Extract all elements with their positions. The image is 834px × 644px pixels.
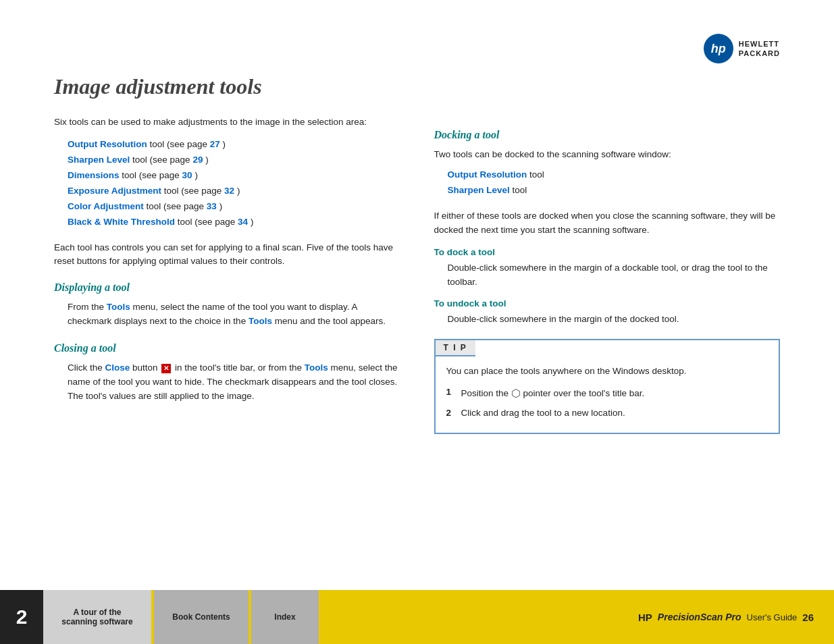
book-contents-button[interactable]: Book Contents bbox=[154, 590, 249, 644]
tool-item-1: Output Resolution tool (see page 27 ) bbox=[68, 137, 400, 153]
intro-text: Six tools can be used to make adjustment… bbox=[54, 115, 400, 129]
tool-5-paren: ) bbox=[219, 201, 223, 211]
tip-label: T I P bbox=[436, 340, 475, 356]
footer-guide: User's Guide bbox=[747, 612, 798, 622]
tool-2-paren: ) bbox=[205, 155, 209, 165]
tool-item-5: Color Adjustment tool (see page 33 ) bbox=[68, 199, 400, 215]
tool-6-suffix: tool (see page bbox=[178, 217, 238, 227]
main-content: Image adjustment tools Six tools can be … bbox=[54, 74, 780, 563]
tip-step-1: 1 Position the ⬡ pointer over the tool's… bbox=[446, 385, 768, 402]
footer-right: HP PrecisionScan Pro User's Guide 26 bbox=[638, 612, 814, 623]
right-column: Docking a tool Two tools can be docked t… bbox=[434, 115, 781, 434]
tool-item-6: Black & White Threshold tool (see page 3… bbox=[68, 215, 400, 230]
tool-3-paren: ) bbox=[194, 170, 198, 180]
tools-menu-link-2[interactable]: Tools bbox=[249, 316, 272, 326]
page-number-box: 2 bbox=[0, 590, 43, 644]
tool-5-page[interactable]: 33 bbox=[207, 201, 217, 211]
move-pointer-icon: ⬡ bbox=[511, 385, 521, 402]
hp-symbol: hp bbox=[711, 42, 726, 56]
tip-step-1-text: Position the ⬡ pointer over the tool's t… bbox=[461, 385, 645, 402]
dock-para: Double-click somewhere in the margin of … bbox=[448, 261, 781, 290]
dockable-tool-2-suffix: tool bbox=[513, 185, 527, 195]
footer-brand: HP bbox=[638, 612, 652, 623]
close-icon: ✕ bbox=[161, 364, 171, 373]
docking-note: If either of these tools are docked when… bbox=[434, 209, 781, 238]
tip-steps: 1 Position the ⬡ pointer over the tool's… bbox=[446, 385, 768, 421]
footer-product: PrecisionScan Pro bbox=[658, 612, 741, 622]
docking-intro: Two tools can be docked to the scanning … bbox=[434, 148, 781, 162]
tool-6-paren: ) bbox=[251, 217, 254, 227]
tool-5-suffix: tool (see page bbox=[147, 201, 207, 211]
tip-box: T I P You can place the tools anywhere o… bbox=[434, 339, 781, 434]
two-column-layout: Six tools can be used to make adjustment… bbox=[54, 115, 780, 434]
page-container: hp HEWLETT PACKARD Image adjustment tool… bbox=[0, 0, 834, 644]
tool-3-page[interactable]: 30 bbox=[182, 170, 192, 180]
dockable-tools-list: Output Resolution tool Sharpen Level too… bbox=[448, 167, 781, 198]
hp-company-name: HEWLETT PACKARD bbox=[739, 39, 780, 59]
tool-4-page[interactable]: 32 bbox=[224, 186, 234, 196]
dock-subheading: To dock a tool bbox=[434, 247, 781, 257]
tool-sharpen-level[interactable]: Sharpen Level bbox=[68, 155, 130, 165]
tip-step-2: 2 Click and drag the tool to a new locat… bbox=[446, 406, 768, 421]
hp-logo-circle: hp bbox=[704, 34, 733, 63]
company-line1: HEWLETT bbox=[739, 39, 780, 49]
closing-para: Click the Close button ✕ in the tool's t… bbox=[68, 361, 400, 404]
tool-color-adj[interactable]: Color Adjustment bbox=[68, 201, 144, 211]
dockable-sharpen[interactable]: Sharpen Level bbox=[448, 185, 510, 195]
close-link[interactable]: Close bbox=[105, 363, 130, 373]
tour-button[interactable]: A tour of the scanning software bbox=[43, 590, 151, 644]
tool-list: Output Resolution tool (see page 27 ) Sh… bbox=[68, 137, 400, 230]
left-column: Six tools can be used to make adjustment… bbox=[54, 115, 400, 434]
dockable-output-res[interactable]: Output Resolution bbox=[448, 169, 527, 180]
undock-subheading: To undock a tool bbox=[434, 298, 781, 308]
tool-2-page[interactable]: 29 bbox=[192, 155, 203, 165]
tip-step-2-num: 2 bbox=[446, 406, 456, 421]
tools-menu-link-3[interactable]: Tools bbox=[305, 363, 328, 373]
tool-dimensions[interactable]: Dimensions bbox=[68, 170, 120, 180]
tip-intro: You can place the tools anywhere on the … bbox=[446, 365, 768, 379]
tip-step-1-num: 1 bbox=[446, 385, 456, 400]
tools-menu-link-1[interactable]: Tools bbox=[107, 302, 130, 312]
bottom-bar: 2 A tour of the scanning software Book C… bbox=[0, 590, 834, 644]
tool-exposure[interactable]: Exposure Adjustment bbox=[68, 186, 161, 196]
docking-heading: Docking a tool bbox=[434, 129, 781, 141]
page-title: Image adjustment tools bbox=[54, 74, 780, 99]
tip-content: You can place the tools anywhere on the … bbox=[436, 356, 779, 433]
tool-3-suffix: tool (see page bbox=[122, 170, 182, 180]
undock-para: Double-click somewhere in the margin of … bbox=[448, 313, 781, 327]
tool-6-page[interactable]: 34 bbox=[238, 217, 248, 227]
tool-item-4: Exposure Adjustment tool (see page 32 ) bbox=[68, 184, 400, 199]
displaying-para: From the Tools menu, select the name of … bbox=[68, 300, 400, 329]
closing-heading: Closing a tool bbox=[54, 342, 400, 354]
tool-1-paren: ) bbox=[223, 139, 226, 149]
tool-output-resolution[interactable]: Output Resolution bbox=[68, 139, 147, 149]
hp-logo: hp HEWLETT PACKARD bbox=[704, 34, 780, 63]
displaying-heading: Displaying a tool bbox=[54, 281, 400, 294]
dockable-tool-2: Sharpen Level tool bbox=[448, 183, 781, 198]
tool-4-suffix: tool (see page bbox=[164, 186, 224, 196]
tool-1-suffix: tool (see page bbox=[150, 139, 210, 149]
index-button[interactable]: Index bbox=[251, 590, 319, 644]
tool-4-paren: ) bbox=[237, 186, 240, 196]
dockable-tool-1: Output Resolution tool bbox=[448, 167, 781, 183]
tool-item-3: Dimensions tool (see page 30 ) bbox=[68, 168, 400, 184]
page-number: 2 bbox=[16, 606, 28, 628]
tip-step-2-text: Click and drag the tool to a new locatio… bbox=[461, 406, 625, 421]
dockable-tool-1-suffix: tool bbox=[529, 169, 544, 180]
tool-item-2: Sharpen Level tool (see page 29 ) bbox=[68, 153, 400, 168]
tool-2-suffix: tool (see page bbox=[132, 155, 192, 165]
tool-description: Each tool has controls you can set for a… bbox=[54, 241, 400, 269]
tool-bw-threshold[interactable]: Black & White Threshold bbox=[68, 217, 175, 227]
company-line2: PACKARD bbox=[739, 49, 780, 58]
tool-1-page[interactable]: 27 bbox=[210, 139, 220, 149]
footer-page-num: 26 bbox=[802, 612, 814, 623]
